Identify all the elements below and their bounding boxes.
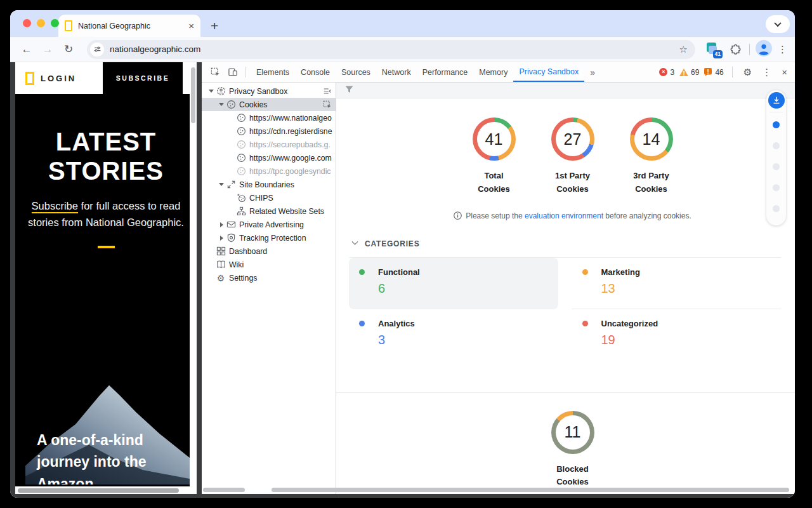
devtools-tab-privacy-sandbox[interactable]: Privacy Sandbox xyxy=(513,62,584,82)
issues-badge[interactable]: 46 xyxy=(704,68,723,77)
toolbar-separator xyxy=(749,44,750,55)
donut-ring: 27 xyxy=(551,117,594,161)
devtools-tab-sources[interactable]: Sources xyxy=(336,62,376,82)
profile-avatar[interactable] xyxy=(756,40,772,59)
tree-horizontal-scroll-thumb[interactable] xyxy=(203,488,245,492)
tree-item-privacy-sandbox[interactable]: Privacy Sandbox xyxy=(202,84,336,98)
tree-item-https-www-nationalgeo[interactable]: https://www.nationalgeo xyxy=(202,111,336,124)
expander-down-icon[interactable] xyxy=(207,90,216,93)
more-tabs-icon[interactable]: » xyxy=(586,67,599,77)
tree-item-label: Related Website Sets xyxy=(249,207,324,216)
address-bar[interactable]: nationalgeographic.com ☆ xyxy=(87,40,695,59)
subscribe-button[interactable]: SUBSCRIBE xyxy=(103,62,183,94)
expander-right-icon[interactable] xyxy=(217,236,226,241)
new-tab-button[interactable]: + xyxy=(211,19,218,32)
page-horizontal-scroll-thumb[interactable] xyxy=(18,488,179,493)
tree-item-settings[interactable]: ⚙Settings xyxy=(202,271,336,284)
site-boundaries-icon xyxy=(226,180,236,189)
minimize-window-button[interactable] xyxy=(37,19,45,27)
category-card-uncategorized[interactable]: Uncategorized19 xyxy=(572,309,782,361)
tree-item-private-advertising[interactable]: Private Advertising xyxy=(202,218,336,231)
tree-item-cookies[interactable]: Cookies xyxy=(202,98,336,111)
nav-dot[interactable] xyxy=(773,163,780,170)
inspect-element-icon[interactable] xyxy=(207,65,223,80)
devtools-divider[interactable] xyxy=(197,62,202,494)
bookmark-star-icon[interactable]: ☆ xyxy=(679,44,688,55)
device-toolbar-icon[interactable] xyxy=(225,65,241,80)
hero-image[interactable]: A one-of-a-kind journey into the Amazon xyxy=(25,275,193,485)
tree-item-related-website-sets[interactable]: Related Website Sets xyxy=(202,204,336,218)
devtools-horizontal-scroll-thumb[interactable] xyxy=(272,488,789,492)
category-dot-icon xyxy=(582,269,588,275)
tab-close-icon[interactable]: × xyxy=(188,21,194,30)
extensions-puzzle-icon[interactable] xyxy=(727,42,743,57)
donut-chart-blocked-cookies: 11BlockedCookies xyxy=(539,411,607,490)
expander-right-icon[interactable] xyxy=(217,222,226,227)
site-settings-icon[interactable] xyxy=(90,43,104,57)
nav-dot[interactable] xyxy=(773,142,780,149)
nav-dot-active[interactable] xyxy=(773,121,780,128)
devtools-close-icon[interactable]: × xyxy=(779,67,790,77)
maximize-window-button[interactable] xyxy=(51,19,59,27)
nav-dot[interactable] xyxy=(773,184,780,191)
donut-value: 14 xyxy=(634,122,669,156)
subscribe-link[interactable]: Subscribe xyxy=(32,200,78,213)
devtools-tab-console[interactable]: Console xyxy=(295,62,336,82)
back-button[interactable]: ← xyxy=(19,43,34,56)
browser-menu-kebab-icon[interactable]: ⋮ xyxy=(778,44,787,55)
forward-button[interactable]: → xyxy=(40,43,55,56)
expander-down-icon[interactable] xyxy=(217,103,226,106)
tree-item-chips[interactable]: CHIPS xyxy=(202,191,336,204)
natgeo-header: LOGIN SUBSCRIBE xyxy=(15,62,197,94)
tree-item-https-securepubads-g[interactable]: https://securepubads.g. xyxy=(202,138,336,151)
filter-icon[interactable] xyxy=(345,84,353,96)
download-report-button[interactable] xyxy=(768,92,785,109)
category-card-analytics[interactable]: Analytics3 xyxy=(349,309,558,361)
devtools-menu-kebab-icon[interactable]: ⋮ xyxy=(759,67,774,78)
donut-value: 11 xyxy=(556,415,590,450)
cookie-extension-icon[interactable]: 41 xyxy=(706,42,721,57)
donut-value: 41 xyxy=(477,122,511,156)
category-card-marketing[interactable]: Marketing13 xyxy=(572,258,782,309)
tree-item-https-cdn-registerdisne[interactable]: https://cdn.registerdisne xyxy=(202,124,336,138)
nav-dot[interactable] xyxy=(773,205,780,212)
category-card-functional[interactable]: Functional6 xyxy=(349,258,558,309)
devtools-tab-memory[interactable]: Memory xyxy=(473,62,513,82)
tree-item-https-www-google-com[interactable]: https://www.google.com xyxy=(202,151,336,164)
expander-down-icon[interactable] xyxy=(217,183,226,186)
donut-label: 1st PartyCookies xyxy=(555,170,590,196)
filter-bar xyxy=(336,83,795,98)
category-count: 3 xyxy=(378,333,558,347)
devtools-tab-elements[interactable]: Elements xyxy=(251,62,295,82)
tree-item-tracking-protection[interactable]: Tracking Protection xyxy=(202,231,336,244)
donut-ring: 41 xyxy=(473,117,516,161)
warning-icon xyxy=(679,69,688,76)
tab-search-button[interactable] xyxy=(766,15,790,33)
toolbar-separator xyxy=(732,67,733,77)
devtools-settings-gear-icon[interactable]: ⚙ xyxy=(741,67,754,78)
tree-item-dashboard[interactable]: Dashboard xyxy=(202,244,336,258)
tree-item-label: https://tpc.googlesyndic xyxy=(249,167,331,176)
info-icon xyxy=(454,211,462,220)
tab-strip: National Geographic × + xyxy=(10,10,795,37)
devtools-tab-performance[interactable]: Performance xyxy=(417,62,474,82)
page-vertical-scroll-thumb[interactable] xyxy=(191,67,195,123)
close-window-button[interactable] xyxy=(23,19,31,27)
donut-label: 3rd PartyCookies xyxy=(633,170,669,196)
inspect-icon[interactable] xyxy=(323,100,332,109)
tree-item-wiki[interactable]: Wiki xyxy=(202,258,336,271)
category-count: 6 xyxy=(378,281,558,296)
reload-button[interactable]: ↻ xyxy=(61,43,76,56)
browser-tab[interactable]: National Geographic × xyxy=(58,15,200,37)
categories-section-header[interactable]: CATEGORIES xyxy=(353,239,795,248)
natgeo-logo[interactable] xyxy=(25,72,34,85)
tree-item-https-tpc-googlesyndic[interactable]: https://tpc.googlesyndic xyxy=(202,164,336,178)
devtools-toolbar: ElementsConsoleSourcesNetworkPerformance… xyxy=(202,62,795,83)
collapse-icon[interactable] xyxy=(323,86,332,96)
devtools-tab-network[interactable]: Network xyxy=(376,62,417,82)
login-link[interactable]: LOGIN xyxy=(41,74,76,83)
evaluation-environment-link[interactable]: evaluation environment xyxy=(525,211,603,220)
tree-item-site-boundaries[interactable]: Site Boundaries xyxy=(202,178,336,191)
console-warnings-badge[interactable]: 69 xyxy=(679,68,699,77)
console-errors-badge[interactable]: × 3 xyxy=(659,68,674,77)
